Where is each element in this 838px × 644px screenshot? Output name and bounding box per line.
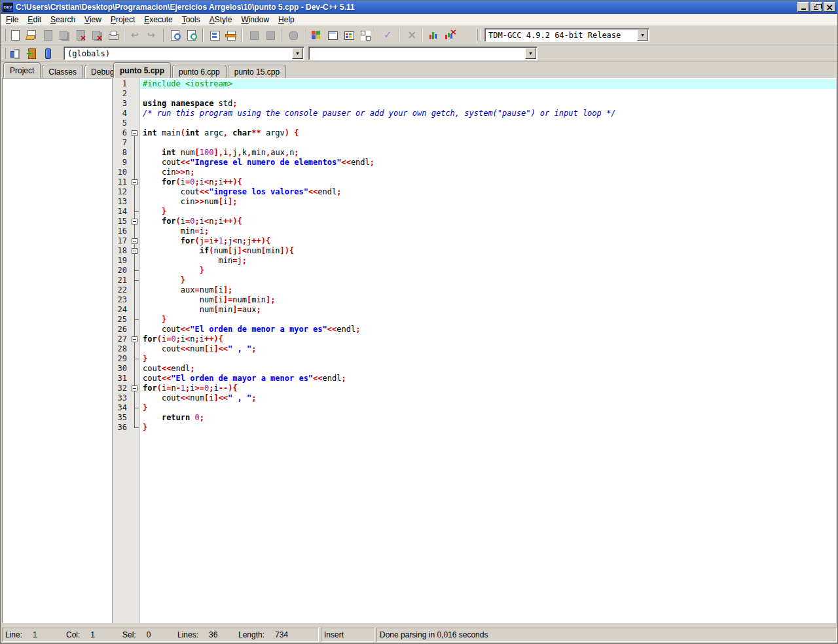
code-text[interactable]: using namespace std;	[140, 99, 836, 109]
code-line-2[interactable]: 2	[113, 89, 836, 99]
menu-view[interactable]: View	[80, 14, 106, 25]
restore-button[interactable]	[811, 2, 822, 12]
code-text[interactable]: }	[140, 207, 836, 217]
code-text[interactable]: cin>>num[i];	[140, 197, 836, 207]
new-member-icon[interactable]	[39, 46, 56, 62]
code-line-22[interactable]: 22 aux=num[i];	[113, 285, 836, 295]
chevron-down-icon[interactable]	[292, 48, 303, 59]
code-line-27[interactable]: 27for(i=0;i<n;i++){	[113, 334, 836, 344]
code-text[interactable]: min=j;	[140, 256, 836, 266]
code-text[interactable]: int num[100],i,j,k,min,aux,n;	[140, 148, 836, 158]
code-text[interactable]: cout<<endl;	[140, 364, 836, 374]
chevron-down-icon[interactable]	[637, 29, 648, 41]
code-line-20[interactable]: 20 }	[113, 266, 836, 276]
delete-profiling-icon[interactable]	[442, 27, 458, 43]
fold-collapse-icon[interactable]	[130, 334, 140, 344]
code-line-13[interactable]: 13 cin>>num[i];	[113, 197, 836, 207]
menu-search[interactable]: Search	[46, 14, 80, 25]
code-line-28[interactable]: 28 cout<<num[i]<<" , ";	[113, 344, 836, 354]
code-text[interactable]: }	[140, 276, 836, 285]
code-line-18[interactable]: 18 if(num[j]<num[min]){	[113, 246, 836, 256]
code-line-4[interactable]: 4/* run this program using the console p…	[113, 109, 836, 118]
new-project-icon[interactable]	[308, 27, 324, 43]
project-options-icon[interactable]	[340, 27, 357, 43]
menu-edit[interactable]: Edit	[23, 14, 46, 25]
menu-astyle[interactable]: AStyle	[205, 14, 237, 25]
open-file-icon[interactable]	[23, 27, 39, 43]
code-text[interactable]: aux=num[i];	[140, 285, 836, 295]
code-text[interactable]: cout<<"El orden de menor a myor es"<<end…	[140, 325, 836, 334]
goto-line-icon[interactable]	[206, 27, 223, 43]
menu-project[interactable]: Project	[106, 14, 139, 25]
replace-icon[interactable]	[183, 27, 200, 43]
code-text[interactable]	[140, 118, 836, 128]
code-line-14[interactable]: 14 }	[113, 207, 836, 217]
code-line-25[interactable]: 25 }	[113, 315, 836, 325]
code-line-31[interactable]: 31cout<<"El orden de mayor a menor es"<<…	[113, 374, 836, 384]
menu-help[interactable]: Help	[274, 14, 299, 25]
code-line-15[interactable]: 15 for(i=0;i<n;i++){	[113, 217, 836, 226]
swap-header-source-icon[interactable]	[223, 27, 239, 43]
fold-collapse-icon[interactable]	[130, 384, 140, 393]
code-text[interactable]: }	[140, 354, 836, 364]
code-line-32[interactable]: 32for(i=n-1;i>=0;i--){	[113, 384, 836, 393]
code-text[interactable]: cout<<num[i]<<" , ";	[140, 344, 836, 354]
code-line-7[interactable]: 7	[113, 138, 836, 148]
code-line-5[interactable]: 5	[113, 118, 836, 128]
code-line-29[interactable]: 29}	[113, 354, 836, 364]
code-text[interactable]: for(i=0;i<n;i++){	[140, 177, 836, 187]
code-text[interactable]: for(j=i+1;j<n;j++){	[140, 236, 836, 246]
chevron-down-icon[interactable]	[525, 48, 536, 59]
code-line-6[interactable]: 6int main(int argc, char** argv) {	[113, 128, 836, 138]
code-line-3[interactable]: 3using namespace std;	[113, 99, 836, 109]
fold-collapse-icon[interactable]	[130, 217, 140, 226]
editor-tab-punto-15-cpp[interactable]: punto 15.cpp	[228, 65, 286, 78]
code-text[interactable]: #include <iostream>	[140, 79, 836, 89]
print-icon[interactable]	[105, 27, 121, 43]
menu-file[interactable]: File	[1, 14, 23, 25]
code-text[interactable]: min=i;	[140, 226, 836, 236]
menu-tools[interactable]: Tools	[177, 14, 205, 25]
fold-collapse-icon[interactable]	[130, 177, 140, 187]
code-text[interactable]: cout<<"ingrese los valores"<<endl;	[140, 187, 836, 197]
compiler-select[interactable]: TDM-GCC 4.9.2 64-bit Release	[484, 28, 649, 42]
close-button[interactable]	[824, 2, 835, 12]
code-line-10[interactable]: 10 cin>>n;	[113, 168, 836, 177]
code-text[interactable]	[140, 138, 836, 148]
code-text[interactable]: }	[140, 266, 836, 276]
open-project-icon[interactable]	[324, 27, 340, 43]
code-text[interactable]: num[i]=num[min];	[140, 295, 836, 305]
code-text[interactable]: int main(int argc, char** argv) {	[140, 128, 836, 138]
close-project-icon[interactable]	[357, 27, 373, 43]
syntax-check-icon[interactable]	[380, 27, 396, 43]
member-select[interactable]	[308, 46, 537, 60]
new-class-icon[interactable]	[23, 46, 39, 62]
panel-tab-project[interactable]: Project	[3, 62, 41, 78]
fold-collapse-icon[interactable]	[130, 246, 140, 256]
menu-window[interactable]: Window	[236, 14, 274, 25]
profile-analysis-icon[interactable]	[426, 27, 442, 43]
code-line-33[interactable]: 33 cout<<num[i]<<" , ";	[113, 393, 836, 403]
code-text[interactable]: cout<<num[i]<<" , ";	[140, 393, 836, 403]
code-text[interactable]	[140, 89, 836, 99]
new-source-icon[interactable]	[7, 27, 23, 43]
code-line-24[interactable]: 24 num[min]=aux;	[113, 305, 836, 315]
code-text[interactable]: for(i=0;i<n;i++){	[140, 334, 836, 344]
code-line-12[interactable]: 12 cout<<"ingrese los valores"<<endl;	[113, 187, 836, 197]
editor-tab-punto-5-cpp[interactable]: punto 5.cpp	[113, 62, 171, 78]
code-line-16[interactable]: 16 min=i;	[113, 226, 836, 236]
code-text[interactable]: /* run this program using the console pa…	[140, 109, 836, 118]
panel-tab-classes[interactable]: Classes	[42, 65, 83, 78]
code-line-21[interactable]: 21 }	[113, 276, 836, 285]
scope-select[interactable]: (globals)	[64, 46, 304, 60]
project-browser-panel[interactable]	[2, 78, 112, 623]
code-line-34[interactable]: 34}	[113, 403, 836, 413]
code-line-30[interactable]: 30cout<<endl;	[113, 364, 836, 374]
code-line-9[interactable]: 9 cout<<"Ingrese el numero de elementos"…	[113, 158, 836, 168]
code-line-36[interactable]: 36}	[113, 423, 836, 433]
code-line-8[interactable]: 8 int num[100],i,j,k,min,aux,n;	[113, 148, 836, 158]
code-line-1[interactable]: 1#include <iostream>	[113, 79, 836, 89]
code-text[interactable]: }	[140, 403, 836, 413]
editor-tab-punto-6-cpp[interactable]: punto 6.cpp	[172, 65, 227, 78]
code-editor[interactable]: 1#include <iostream>23using namespace st…	[112, 78, 836, 623]
